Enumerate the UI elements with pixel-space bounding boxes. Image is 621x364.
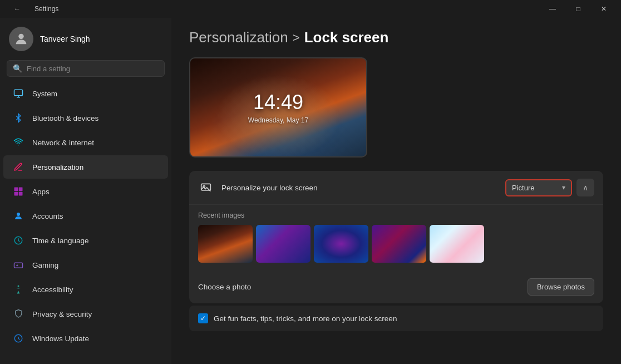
thumbnail-4[interactable] — [372, 225, 426, 263]
personalize-control: Picture ▾ ∧ — [505, 179, 594, 196]
search-icon: 🔍 — [13, 64, 22, 73]
update-icon — [12, 332, 24, 345]
apps-icon — [12, 185, 24, 198]
recent-images-grid — [198, 225, 594, 263]
svg-point-0 — [18, 34, 23, 39]
back-button[interactable]: ← — [4, 0, 30, 18]
app-body: Tanveer Singh 🔍 System Bluetooth & devic… — [0, 18, 621, 364]
svg-rect-3 — [19, 188, 23, 191]
search-box[interactable]: 🔍 — [7, 60, 165, 77]
titlebar-left: ← Settings — [4, 0, 58, 18]
system-icon — [12, 87, 24, 100]
fun-facts-label: Get fun facts, tips, tricks, and more on… — [214, 314, 397, 323]
personalize-label: Personalize your lock screen — [221, 184, 497, 192]
dropdown-arrow-icon: ▾ — [562, 184, 565, 191]
svg-point-6 — [17, 213, 20, 216]
svg-rect-4 — [14, 192, 18, 196]
user-name: Tanveer Singh — [40, 35, 90, 43]
gaming-icon — [12, 259, 24, 271]
bluetooth-icon — [12, 112, 24, 124]
sidebar-label-accessibility: Accessibility — [32, 286, 73, 294]
fun-facts-row: ✓ Get fun facts, tips, tricks, and more … — [189, 306, 603, 331]
breadcrumb-current: Lock screen — [304, 29, 389, 46]
sidebar-item-system[interactable]: System — [3, 82, 168, 105]
picture-dropdown[interactable]: Picture ▾ — [505, 179, 572, 196]
svg-rect-2 — [14, 188, 18, 191]
maximize-button[interactable]: □ — [565, 0, 591, 18]
personalize-card: Personalize your lock screen Picture ▾ ∧… — [189, 171, 603, 303]
sidebar-item-apps[interactable]: Apps — [3, 180, 168, 203]
breadcrumb-parent: Personalization — [189, 29, 288, 46]
fun-facts-checkbox[interactable]: ✓ — [198, 313, 208, 323]
svg-rect-1 — [14, 90, 23, 96]
network-icon — [12, 136, 24, 149]
thumbnail-5[interactable] — [430, 225, 484, 263]
sidebar-label-network: Network & internet — [32, 139, 94, 147]
sidebar-item-privacy[interactable]: Privacy & security — [3, 302, 168, 326]
breadcrumb: Personalization > Lock screen — [189, 29, 603, 46]
privacy-icon — [12, 308, 24, 320]
sidebar-label-privacy: Privacy & security — [32, 310, 92, 318]
sidebar-item-time[interactable]: Time & language — [3, 229, 168, 252]
sidebar-item-bluetooth[interactable]: Bluetooth & devices — [3, 106, 168, 130]
titlebar-title: Settings — [34, 5, 58, 13]
collapse-button[interactable]: ∧ — [576, 179, 594, 196]
sidebar-item-accessibility[interactable]: Accessibility — [3, 278, 168, 301]
breadcrumb-chevron: > — [293, 31, 300, 45]
recent-images-section: Recent images — [189, 205, 603, 270]
thumbnail-2[interactable] — [256, 225, 310, 263]
close-button[interactable]: ✕ — [591, 0, 617, 18]
sidebar-label-apps: Apps — [32, 188, 50, 196]
sidebar-label-personalization: Personalization — [32, 163, 83, 171]
titlebar: ← Settings — □ ✕ — [0, 0, 621, 18]
choose-photo-label: Choose a photo — [198, 283, 520, 291]
personalization-icon — [12, 161, 24, 173]
thumbnail-3[interactable] — [314, 225, 368, 263]
minimize-button[interactable]: — — [540, 0, 565, 18]
svg-point-9 — [18, 286, 19, 287]
personalize-icon — [198, 180, 214, 195]
avatar — [9, 27, 33, 51]
lockscreen-preview: 14:49 Wednesday, May 17 — [189, 57, 367, 158]
sidebar-label-accounts: Accounts — [32, 212, 63, 220]
choose-photo-row: Choose a photo Browse photos — [189, 270, 603, 303]
sidebar-item-update[interactable]: Windows Update — [3, 327, 168, 350]
time-icon — [12, 234, 24, 247]
sidebar-label-time: Time & language — [32, 237, 89, 245]
dropdown-value: Picture — [512, 184, 558, 192]
sidebar-label-update: Windows Update — [32, 335, 89, 343]
sidebar-item-personalization[interactable]: Personalization — [3, 155, 168, 179]
sidebar-item-accounts[interactable]: Accounts — [3, 204, 168, 228]
svg-rect-8 — [14, 263, 23, 268]
browse-photos-button[interactable]: Browse photos — [528, 278, 594, 296]
sidebar-label-bluetooth: Bluetooth & devices — [32, 114, 98, 122]
sidebar-label-system: System — [32, 90, 57, 98]
titlebar-controls: — □ ✕ — [540, 0, 617, 18]
sidebar-item-network[interactable]: Network & internet — [3, 131, 168, 154]
user-section: Tanveer Singh — [0, 18, 171, 58]
lockscreen-time: 14:49 — [253, 91, 303, 114]
accessibility-icon — [12, 283, 24, 296]
thumbnail-1[interactable] — [198, 225, 253, 263]
main-content: Personalization > Lock screen 14:49 Wedn… — [171, 18, 621, 364]
sidebar-item-gaming[interactable]: Gaming — [3, 253, 168, 277]
svg-rect-5 — [19, 192, 23, 196]
sidebar-label-gaming: Gaming — [32, 261, 58, 269]
personalize-row: Personalize your lock screen Picture ▾ ∧ — [189, 171, 603, 205]
sidebar: Tanveer Singh 🔍 System Bluetooth & devic… — [0, 18, 171, 364]
accounts-icon — [12, 210, 24, 222]
recent-images-label: Recent images — [198, 211, 594, 219]
search-input[interactable] — [27, 65, 159, 73]
lockscreen-date: Wednesday, May 17 — [248, 116, 308, 124]
